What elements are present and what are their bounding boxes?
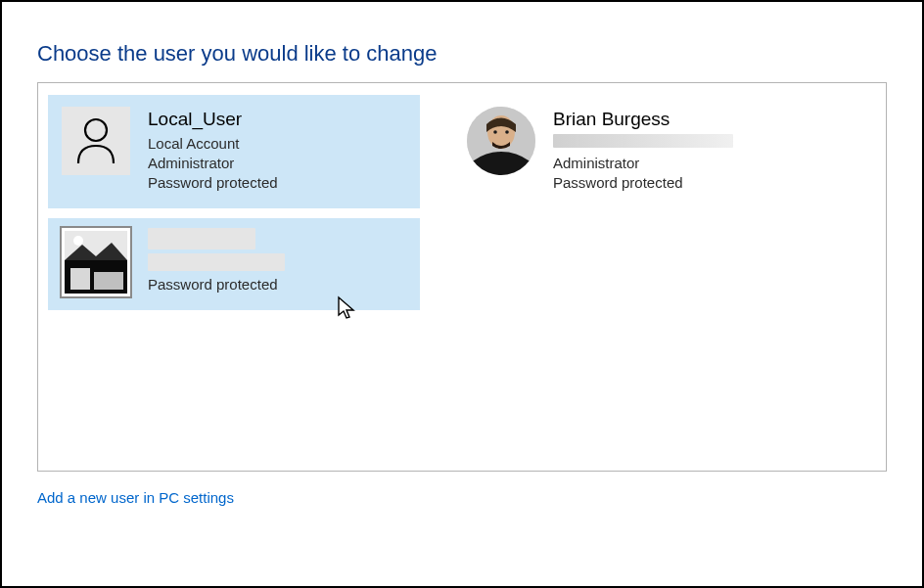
user-name: Brian Burgess	[553, 107, 733, 132]
avatar-photo	[467, 107, 535, 175]
user-password-status: Password protected	[148, 275, 285, 294]
user-name: Local_User	[148, 107, 278, 132]
avatar	[62, 228, 130, 296]
user-role: Administrator	[553, 154, 733, 173]
avatar	[62, 107, 130, 175]
add-user-link[interactable]: Add a new user in PC settings	[37, 489, 234, 506]
user-password-status: Password protected	[148, 173, 278, 193]
page-title: Choose the user you would like to change	[37, 41, 887, 67]
user-name-redacted	[148, 228, 255, 249]
avatar-thumbnail	[62, 228, 130, 296]
svg-point-8	[73, 236, 83, 246]
user-info: Password protected	[148, 228, 285, 294]
user-account-type: Local Account	[148, 134, 278, 154]
person-icon	[62, 107, 130, 175]
svg-point-5	[505, 130, 509, 134]
user-info: Brian Burgess Administrator Password pro…	[553, 107, 733, 193]
svg-point-4	[493, 130, 497, 134]
user-password-status: Password protected	[553, 173, 733, 193]
user-list-panel: Local_User Local Account Administrator P…	[37, 82, 887, 472]
user-role: Administrator	[148, 154, 278, 173]
user-line-redacted	[148, 253, 285, 271]
svg-rect-9	[70, 268, 90, 290]
user-card-brian-burgess[interactable]: Brian Burgess Administrator Password pro…	[453, 95, 825, 208]
user-card-redacted[interactable]: Password protected	[48, 218, 420, 310]
user-email-redacted	[553, 134, 733, 148]
svg-point-0	[85, 119, 107, 141]
svg-rect-10	[94, 272, 123, 290]
user-info: Local_User Local Account Administrator P…	[148, 107, 278, 193]
avatar	[467, 107, 535, 175]
user-card-local-user[interactable]: Local_User Local Account Administrator P…	[48, 95, 420, 208]
